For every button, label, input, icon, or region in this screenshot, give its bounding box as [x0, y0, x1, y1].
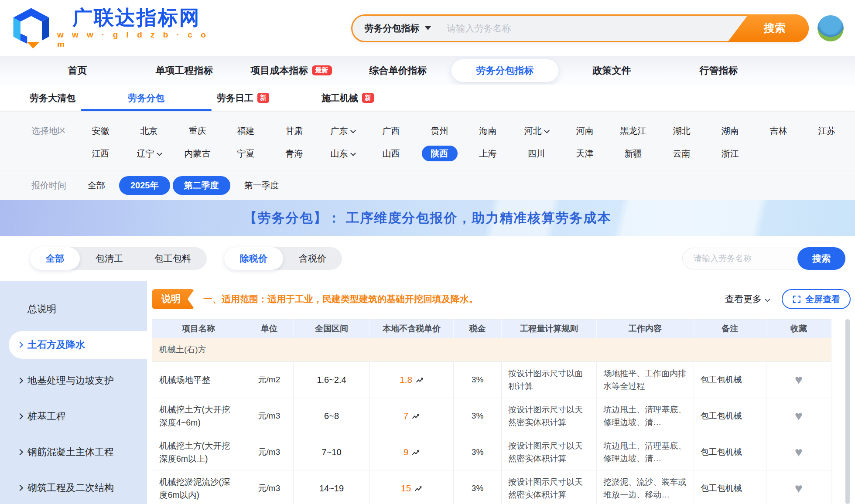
subnav-tab[interactable]: 施工机械 新: [321, 85, 374, 111]
favorite-cell: ♥: [766, 362, 831, 398]
region-item[interactable]: 浙江: [706, 148, 754, 160]
region-item[interactable]: 新疆: [609, 148, 657, 160]
region-item[interactable]: 河北: [512, 125, 561, 137]
price-table: 项目名称单位全国区间本地不含税单价税金工程量计算规则工作内容备注收藏 机械土(石…: [152, 319, 831, 504]
region-item[interactable]: 内蒙古: [173, 148, 222, 160]
local-price-cell: 15: [370, 470, 453, 504]
region-item[interactable]: 甘肃: [270, 125, 318, 137]
logo-icon: [11, 7, 51, 49]
nav-item[interactable]: 综合单价指标: [345, 59, 451, 82]
subnav-tab[interactable]: 劳务分包: [128, 85, 164, 111]
chevron-right-icon: [17, 342, 23, 348]
region-item[interactable]: 四川: [512, 148, 561, 160]
region-item[interactable]: 云南: [657, 148, 706, 160]
tax-option[interactable]: 含税价: [283, 247, 342, 270]
region-item[interactable]: 宁夏: [222, 148, 270, 160]
sidebar-item[interactable]: 桩基工程: [0, 398, 147, 434]
page: 广联达指标网 w w w · g l d z b · c o m 劳务分包指标 …: [0, 0, 855, 504]
sidebar-item[interactable]: 砌筑工程及二次结构: [0, 470, 147, 504]
work-content-cell: 挖淤泥、流沙、装车或堆放一边、移动…: [597, 470, 694, 504]
region-item[interactable]: 辽宁: [125, 148, 173, 160]
group-label: 机械土(石)方: [152, 338, 245, 361]
region-item[interactable]: 陕西: [415, 148, 464, 160]
search-category-label: 劳务分包指标: [365, 22, 420, 34]
nav-item[interactable]: 劳务分包指标: [451, 59, 558, 82]
region-item[interactable]: 江西: [76, 148, 125, 160]
region-item[interactable]: 湖北: [657, 125, 706, 137]
project-name-cell: 机械挖土方(大开挖深度6m以上): [152, 434, 245, 470]
fullscreen-button[interactable]: 全屏查看: [782, 289, 851, 309]
group-spacer: [245, 338, 831, 361]
sidebar-item[interactable]: 土石方及降水: [9, 331, 147, 359]
user-avatar[interactable]: [817, 15, 844, 41]
favorite-heart-icon[interactable]: ♥: [795, 373, 803, 386]
divider: [439, 22, 439, 34]
scope-option[interactable]: 全部: [30, 247, 80, 270]
table-row: 机械挖淤泥流沙(深度6m以内) 元/m3 14~19 15: [152, 470, 831, 504]
time-option[interactable]: 第二季度: [173, 176, 230, 195]
favorite-heart-icon[interactable]: ♥: [795, 446, 803, 459]
nav-item[interactable]: 首页: [24, 59, 131, 82]
chevron-down-icon: [350, 150, 356, 156]
sidebar-item[interactable]: 地基处理与边坡支护: [0, 363, 147, 398]
table-scrollbar-thumb[interactable]: [845, 319, 850, 504]
remark-cell: 包工包机械: [694, 434, 766, 470]
region-item[interactable]: 重庆: [173, 125, 222, 137]
region-item[interactable]: 河南: [561, 125, 609, 137]
quote-time-options: 全部2025年第二季度第一季度: [76, 176, 293, 195]
price-trend-icon[interactable]: [414, 485, 422, 492]
price-trend-icon[interactable]: [412, 413, 420, 419]
sidebar-item[interactable]: 钢筋混凝土主体工程: [0, 434, 147, 470]
sidebar-item[interactable]: 总说明: [0, 291, 147, 327]
region-item[interactable]: 海南: [464, 125, 512, 137]
region-item[interactable]: 福建: [222, 125, 270, 137]
region-item[interactable]: 北京: [125, 125, 173, 137]
time-option[interactable]: 全部: [76, 176, 116, 195]
region-item[interactable]: 吉林: [754, 125, 803, 137]
region-item[interactable]: 山西: [367, 148, 415, 160]
region-item[interactable]: 上海: [464, 148, 512, 160]
region-item[interactable]: 广东: [318, 125, 367, 137]
chevron-right-icon: [17, 449, 23, 455]
national-range-cell: 1.6~2.4: [294, 362, 370, 398]
region-section: 选择地区 安徽 北京 重庆 福建 甘肃 广东 广西: [0, 112, 855, 170]
tax-option[interactable]: 除税价: [224, 247, 283, 270]
price-trend-icon[interactable]: [412, 449, 420, 456]
region-item[interactable]: 山东: [318, 148, 367, 160]
region-item[interactable]: 安徽: [76, 125, 125, 137]
region-item[interactable]: 江苏: [803, 125, 851, 137]
banner-text: 【劳务分包】： 工序维度分包报价，助力精准核算劳务成本: [244, 209, 611, 227]
unit-cell: 元/m2: [245, 362, 293, 398]
time-option[interactable]: 第一季度: [233, 176, 291, 195]
logo[interactable]: 广联达指标网 w w w · g l d z b · c o m: [11, 7, 216, 49]
subnav-tab[interactable]: 劳务日工 新: [217, 85, 269, 111]
work-content-cell: 坑边甩土、清理基底、修理边坡、清…: [597, 434, 694, 470]
favorite-heart-icon[interactable]: ♥: [795, 482, 803, 495]
new-badge: 最新: [312, 65, 332, 75]
scope-option[interactable]: 包清工: [80, 247, 139, 270]
nav-item[interactable]: 政策文件: [558, 59, 665, 82]
list-search: 搜索: [682, 247, 845, 270]
region-label: 选择地区: [0, 125, 76, 137]
search-category-dropdown[interactable]: 劳务分包指标: [352, 22, 431, 34]
scope-option[interactable]: 包工包料: [139, 247, 207, 270]
region-item[interactable]: 湖南: [706, 125, 754, 137]
price-trend-icon[interactable]: [416, 377, 424, 383]
national-range-cell: 14~19: [294, 470, 370, 504]
region-item[interactable]: 贵州: [415, 125, 464, 137]
nav-item[interactable]: 行管指标: [665, 59, 772, 82]
time-option[interactable]: 2025年: [119, 176, 170, 195]
subnav-tab[interactable]: 劳务大清包: [30, 85, 75, 111]
favorite-heart-icon[interactable]: ♥: [795, 409, 803, 422]
national-range-cell: 6~8: [294, 398, 370, 434]
region-item[interactable]: 青海: [270, 148, 318, 160]
list-search-button[interactable]: 搜索: [797, 247, 845, 270]
view-more[interactable]: 查看更多: [725, 293, 770, 305]
nav-item[interactable]: 单项工程指标: [131, 59, 238, 82]
unit-cell: 元/m3: [245, 470, 293, 504]
nav-item[interactable]: 项目成本指标 最新: [238, 59, 345, 82]
region-item[interactable]: 黑龙江: [609, 125, 657, 137]
project-name-cell: 机械场地平整: [152, 362, 245, 398]
region-item[interactable]: 天津: [561, 148, 609, 160]
region-item[interactable]: 广西: [367, 125, 415, 137]
